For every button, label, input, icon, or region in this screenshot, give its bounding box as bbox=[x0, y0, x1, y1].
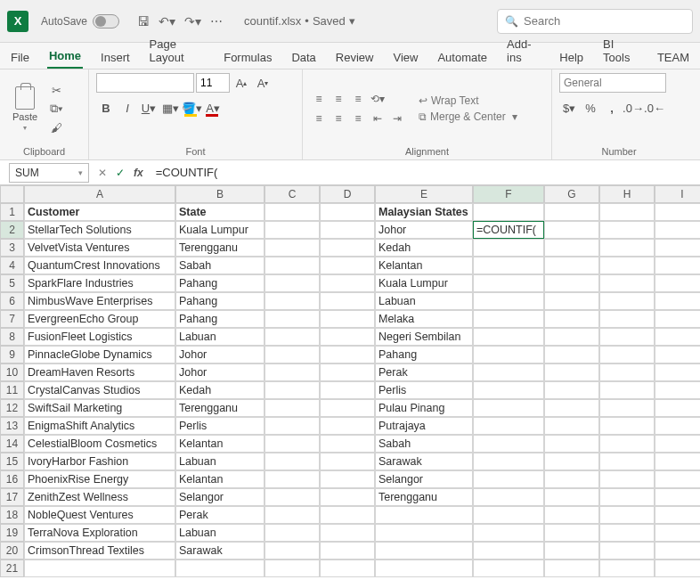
redo-icon[interactable]: ↷▾ bbox=[184, 14, 201, 29]
row-header[interactable]: 17 bbox=[0, 488, 24, 506]
cell-B18[interactable]: Perak bbox=[175, 506, 265, 524]
cell-D4[interactable] bbox=[320, 257, 375, 274]
cell-A1[interactable]: Customer bbox=[24, 203, 175, 221]
cell-G3[interactable] bbox=[544, 239, 599, 257]
cell-D18[interactable] bbox=[320, 506, 375, 524]
align-left-icon[interactable]: ≡ bbox=[310, 110, 328, 127]
cell-E7[interactable]: Melaka bbox=[375, 310, 473, 328]
cell-I18[interactable] bbox=[655, 506, 700, 524]
cell-I6[interactable] bbox=[655, 292, 700, 310]
increase-font-icon[interactable]: A▴ bbox=[232, 73, 251, 93]
cell-C4[interactable] bbox=[265, 257, 320, 274]
cell-I14[interactable] bbox=[655, 435, 700, 453]
row-header[interactable]: 20 bbox=[0, 542, 24, 559]
cell-G20[interactable] bbox=[544, 542, 599, 559]
cell-I11[interactable] bbox=[655, 381, 700, 399]
cell-E17[interactable]: Terengganu bbox=[375, 488, 473, 506]
cell-B19[interactable]: Labuan bbox=[175, 524, 265, 542]
cell-H1[interactable] bbox=[599, 203, 655, 221]
spreadsheet-grid[interactable]: ABCDEFGHI1CustomerStateMalaysian States2… bbox=[0, 185, 700, 577]
align-right-icon[interactable]: ≡ bbox=[349, 110, 367, 127]
column-header-G[interactable]: G bbox=[544, 185, 599, 203]
cell-H4[interactable] bbox=[599, 257, 655, 274]
cell-C14[interactable] bbox=[265, 435, 320, 453]
cell-F12[interactable] bbox=[473, 399, 544, 417]
paste-button[interactable]: Paste ▾ bbox=[7, 86, 43, 132]
increase-indent-icon[interactable]: ⇥ bbox=[388, 110, 406, 127]
row-header[interactable]: 9 bbox=[0, 346, 24, 363]
align-top-icon[interactable]: ≡ bbox=[310, 91, 328, 107]
cell-H12[interactable] bbox=[599, 399, 655, 417]
cut-icon[interactable]: ✂ bbox=[48, 83, 64, 97]
tab-formulas[interactable]: Formulas bbox=[222, 46, 273, 69]
column-header-H[interactable]: H bbox=[599, 185, 655, 203]
cell-A9[interactable]: PinnacleGlobe Dynamics bbox=[24, 346, 175, 363]
cell-F14[interactable] bbox=[473, 435, 544, 453]
tab-bi-tools[interactable]: BI Tools bbox=[601, 33, 639, 69]
comma-format-icon[interactable]: , bbox=[602, 98, 622, 118]
cell-D1[interactable] bbox=[320, 203, 375, 221]
cell-D21[interactable] bbox=[320, 559, 375, 577]
search-input[interactable]: 🔍 Search bbox=[497, 9, 693, 34]
cell-G2[interactable] bbox=[544, 221, 599, 239]
cell-A3[interactable]: VelvetVista Ventures bbox=[24, 239, 175, 257]
cell-E4[interactable]: Kelantan bbox=[375, 257, 473, 274]
cell-B10[interactable]: Johor bbox=[175, 363, 265, 381]
cell-H5[interactable] bbox=[599, 274, 655, 292]
cell-E15[interactable]: Sarawak bbox=[375, 453, 473, 470]
cell-E1[interactable]: Malaysian States bbox=[375, 203, 473, 221]
cell-B5[interactable]: Pahang bbox=[175, 274, 265, 292]
cell-C12[interactable] bbox=[265, 399, 320, 417]
font-family-select[interactable] bbox=[96, 73, 194, 93]
cell-E13[interactable]: Putrajaya bbox=[375, 417, 473, 435]
cell-C16[interactable] bbox=[265, 470, 320, 488]
cell-H3[interactable] bbox=[599, 239, 655, 257]
cell-F16[interactable] bbox=[473, 470, 544, 488]
qat-more-icon[interactable]: ⋯ bbox=[210, 14, 223, 29]
cell-G4[interactable] bbox=[544, 257, 599, 274]
cell-B6[interactable]: Pahang bbox=[175, 292, 265, 310]
cell-H16[interactable] bbox=[599, 470, 655, 488]
cell-H9[interactable] bbox=[599, 346, 655, 363]
row-header[interactable]: 7 bbox=[0, 310, 24, 328]
cell-H7[interactable] bbox=[599, 310, 655, 328]
cell-H2[interactable] bbox=[599, 221, 655, 239]
cell-D19[interactable] bbox=[320, 524, 375, 542]
cell-C2[interactable] bbox=[265, 221, 320, 239]
cell-C11[interactable] bbox=[265, 381, 320, 399]
align-bottom-icon[interactable]: ≡ bbox=[349, 91, 367, 107]
cell-G12[interactable] bbox=[544, 399, 599, 417]
cell-B15[interactable]: Labuan bbox=[175, 453, 265, 470]
save-icon[interactable]: 🖫 bbox=[137, 14, 150, 29]
cell-E6[interactable]: Labuan bbox=[375, 292, 473, 310]
cell-I9[interactable] bbox=[655, 346, 700, 363]
cell-D3[interactable] bbox=[320, 239, 375, 257]
row-header[interactable]: 1 bbox=[0, 203, 24, 221]
cell-H6[interactable] bbox=[599, 292, 655, 310]
document-title[interactable]: countif.xlsx • Saved ▾ bbox=[244, 14, 355, 28]
cell-G10[interactable] bbox=[544, 363, 599, 381]
cell-C8[interactable] bbox=[265, 328, 320, 346]
cell-A8[interactable]: FusionFleet Logistics bbox=[24, 328, 175, 346]
tab-data[interactable]: Data bbox=[289, 46, 317, 69]
cell-F19[interactable] bbox=[473, 524, 544, 542]
cell-D9[interactable] bbox=[320, 346, 375, 363]
cell-I5[interactable] bbox=[655, 274, 700, 292]
cell-H14[interactable] bbox=[599, 435, 655, 453]
cell-C9[interactable] bbox=[265, 346, 320, 363]
cell-B13[interactable]: Perlis bbox=[175, 417, 265, 435]
tab-review[interactable]: Review bbox=[334, 46, 376, 69]
cell-A11[interactable]: CrystalCanvas Studios bbox=[24, 381, 175, 399]
chevron-down-icon[interactable]: ▾ bbox=[78, 168, 83, 177]
cell-G5[interactable] bbox=[544, 274, 599, 292]
cell-E3[interactable]: Kedah bbox=[375, 239, 473, 257]
cell-H13[interactable] bbox=[599, 417, 655, 435]
cell-E10[interactable]: Perak bbox=[375, 363, 473, 381]
cell-C20[interactable] bbox=[265, 542, 320, 559]
cell-C7[interactable] bbox=[265, 310, 320, 328]
cell-F20[interactable] bbox=[473, 542, 544, 559]
cell-D8[interactable] bbox=[320, 328, 375, 346]
cell-I3[interactable] bbox=[655, 239, 700, 257]
cell-I16[interactable] bbox=[655, 470, 700, 488]
cell-B21[interactable] bbox=[175, 559, 265, 577]
